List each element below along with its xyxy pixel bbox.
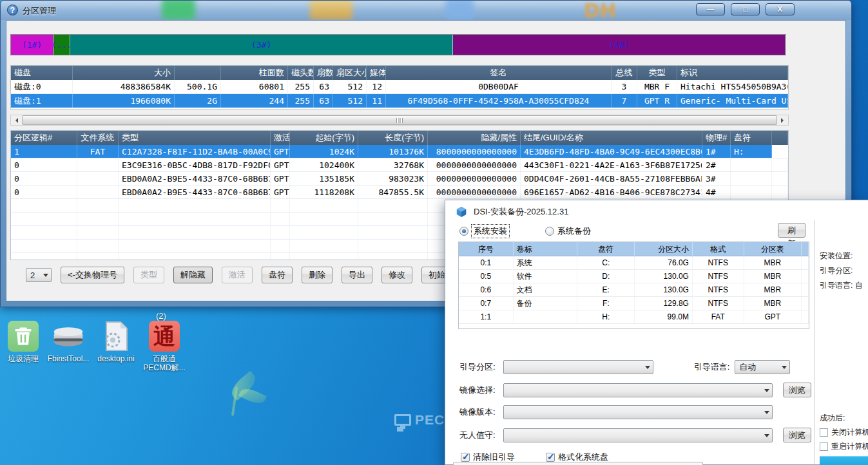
column-header[interactable]: 扇数 (314, 66, 333, 80)
title-bar[interactable]: DH ? 分区管理 — □ X (1, 1, 851, 20)
column-header[interactable]: 类型 (637, 66, 677, 80)
boot-partition-select[interactable] (503, 360, 653, 374)
table-row[interactable]: 0:7备份F:129.8GNTFSMBR (459, 297, 809, 310)
column-header[interactable]: 隐藏/属性 (428, 131, 521, 145)
cell: MBR (744, 256, 802, 269)
cell (119, 226, 271, 239)
table-row[interactable]: 磁盘:0488386584K500.1G6080125563512120DB00… (11, 80, 788, 94)
column-header[interactable]: 磁头数 (288, 66, 314, 80)
cell: 2# (702, 158, 731, 171)
column-header[interactable]: 分区表 (744, 242, 802, 256)
install-action-button[interactable] (820, 456, 868, 465)
cell: 488386584K (73, 80, 175, 93)
cell (514, 310, 577, 323)
toolbar-button: 激活 (222, 267, 253, 283)
column-header[interactable]: 类型 (119, 131, 271, 145)
partition-bar-segment[interactable]: (4#) (453, 35, 786, 55)
toolbar-button[interactable]: 盘符 (262, 267, 293, 283)
radio-system-backup[interactable]: 系统备份 (545, 225, 591, 237)
cell (271, 199, 290, 212)
ghost-dh-text: DH (584, 1, 616, 20)
radio-system-install[interactable]: 系统安装 (459, 225, 509, 238)
browse-image-button[interactable]: 浏览 (783, 383, 811, 397)
column-header[interactable]: 文件系统 (77, 131, 119, 145)
table-row[interactable]: 0:6文档E:130.0GNTFSMBR (459, 283, 809, 297)
column-header[interactable]: 格式 (693, 242, 744, 256)
desktop-icon-trash-clean[interactable]: 垃圾清理 (0, 321, 46, 363)
column-header[interactable]: 媒体 (367, 66, 386, 80)
column-header[interactable]: 分区逻辑# (11, 131, 77, 145)
column-header[interactable] (772, 131, 788, 145)
cell: GPT (271, 158, 290, 171)
image-select-combo[interactable] (503, 383, 773, 397)
scroll-right-arrow-icon[interactable] (777, 115, 788, 125)
restart-checkbox[interactable]: 重启计算机 (820, 441, 868, 452)
partition-map-bar[interactable]: (1#)(...(3#)(4#) (10, 34, 786, 55)
horizontal-scrollbar[interactable] (10, 115, 789, 126)
table-row[interactable]: 0EBD0A0A2-B9E5-4433-87C0-68B6B72699C7GPT… (11, 172, 788, 185)
table-row[interactable]: 1:1H:99.0MFATGPT (459, 310, 809, 324)
column-header[interactable]: 盘符 (577, 242, 635, 256)
column-header[interactable]: 盘符 (731, 131, 772, 145)
column-header[interactable]: 大小 (73, 66, 175, 80)
column-header[interactable]: 起始(字节) (290, 131, 358, 145)
table-header-row: 磁盘大小柱面数磁头数扇数扇区大小媒体签名总线类型标识 (11, 66, 788, 80)
shutdown-checkbox[interactable]: 关闭计算机 (820, 427, 868, 438)
table-row[interactable]: 0:1系统C:76.0GNTFSMBR (459, 256, 809, 270)
table-row[interactable]: 0:5软件D:130.0GNTFSMBR (459, 270, 809, 283)
column-header[interactable]: 分区大小 (635, 242, 693, 256)
cell: MBR (744, 283, 802, 296)
desktop-icon-desktop-ini[interactable]: desktop.ini (93, 321, 139, 363)
column-header[interactable]: 扇区大小 (333, 66, 367, 80)
table-row[interactable]: 1FATC12A7328-F81F-11D2-BA4B-00A0C93EC93B… (11, 145, 788, 158)
image-version-combo[interactable] (503, 405, 773, 419)
column-header[interactable]: 结尾/GUID/名称 (521, 131, 702, 145)
column-header[interactable]: 磁盘 (11, 66, 73, 80)
maximize-button[interactable]: □ (731, 3, 760, 15)
column-header[interactable]: 柱面数 (221, 66, 288, 80)
column-header[interactable]: 标识 (677, 66, 788, 80)
column-header[interactable]: 签名 (386, 66, 612, 80)
boot-partition-info-label: 引导分区: (820, 265, 853, 276)
scrollbar-thumb[interactable] (22, 115, 777, 125)
toolbar-button[interactable]: 修改 (381, 267, 412, 283)
desktop-icon-bainaotong[interactable]: 通 百般通 PECMD解... (141, 321, 188, 372)
icon-label: 百般通 PECMD解... (141, 354, 188, 372)
help-icon[interactable]: ? (7, 5, 18, 15)
table-row[interactable]: 0E3C9E316-0B5C-4DB8-817D-F92DF00215AEGPT… (11, 158, 788, 172)
cell (290, 253, 358, 260)
cell: Generic- Multi-Card USB Device (677, 94, 788, 108)
column-header[interactable]: 物理# (702, 131, 731, 145)
column-header[interactable]: 序号 (459, 242, 514, 256)
toolbar-button[interactable]: <-交换物理号 (61, 267, 124, 283)
column-header[interactable]: 卷标 (514, 242, 577, 256)
tong-glyph: 通 (153, 321, 175, 352)
table-row[interactable]: 磁盘:11966080K2G24425563512116F49D568-0FFF… (11, 94, 788, 108)
toolbar-button[interactable]: 导出 (342, 267, 372, 283)
partition-bar-segment[interactable]: (3#) (70, 35, 453, 55)
scroll-left-arrow-icon[interactable] (11, 115, 22, 125)
browse-unattend-button[interactable]: 浏览 (783, 428, 811, 442)
toolbar-button[interactable]: 解隐藏 (173, 267, 213, 283)
column-header[interactable]: 总线 (612, 66, 637, 80)
refresh-button[interactable]: 刷新 (778, 223, 805, 238)
dialog-volume-table: 序号卷标盘符分区大小格式分区表0:1系统C:76.0GNTFSMBR0:5软件D… (458, 242, 809, 329)
icon-label: 垃圾清理 (0, 354, 46, 363)
toolbar-button[interactable]: 删除 (302, 267, 333, 283)
desktop-icon-fbinsttool[interactable]: FbinstTool... (45, 321, 92, 363)
unattend-combo[interactable] (503, 428, 773, 442)
partition-bar-segment[interactable]: (... (53, 35, 70, 55)
minimize-button[interactable]: — (696, 3, 725, 15)
partition-bar-segment[interactable]: (1#) (11, 35, 53, 55)
cell: NTFS (693, 256, 744, 269)
table-row[interactable]: 0EBD0A0A2-B9E5-4433-87C0-68B6B72699C7GPT… (11, 185, 788, 199)
column-header[interactable] (802, 242, 809, 256)
boot-language-select[interactable]: 自动 (735, 360, 790, 374)
cell (290, 199, 358, 212)
column-header[interactable]: 激活 (271, 131, 290, 145)
close-button[interactable]: X (766, 3, 795, 15)
column-header[interactable]: 长度(字节) (358, 131, 428, 145)
column-header[interactable] (175, 66, 221, 80)
cell (119, 213, 271, 225)
partition-number-select[interactable]: 2 (26, 268, 52, 282)
